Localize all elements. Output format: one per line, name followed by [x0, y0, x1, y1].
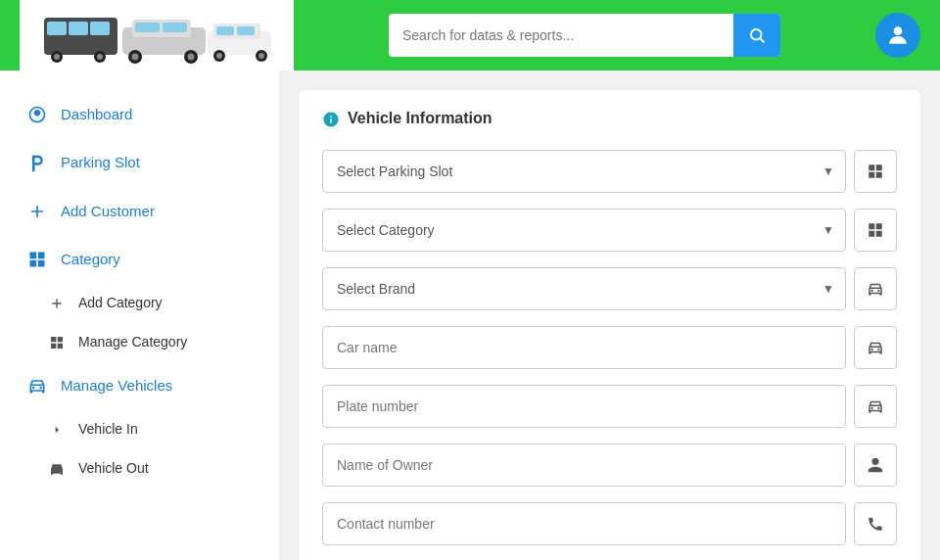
- vehicle-in-icon: [49, 420, 65, 438]
- sidebar-item-vehicle-out[interactable]: Vehicle Out: [0, 448, 279, 488]
- add-category-icon: [49, 294, 65, 311]
- main-content: Vehicle Information Select Parking Slot …: [279, 70, 940, 560]
- svg-point-26: [894, 26, 903, 35]
- contact-number-input[interactable]: [322, 502, 846, 545]
- logo-area: [20, 0, 294, 70]
- vehicle-out-svg-icon: [49, 461, 65, 477]
- svg-rect-18: [216, 26, 234, 35]
- svg-point-24: [751, 29, 762, 40]
- category-icon-btn[interactable]: [854, 209, 897, 252]
- dashboard-svg-icon: [27, 105, 47, 124]
- add-customer-svg-icon: [27, 202, 47, 221]
- svg-point-13: [132, 54, 139, 61]
- plate-car-icon: [867, 397, 884, 415]
- svg-rect-10: [135, 23, 160, 32]
- svg-point-28: [40, 387, 43, 390]
- car-name-group: [322, 326, 897, 369]
- svg-point-15: [188, 54, 195, 61]
- manage-vehicles-label: Manage Vehicles: [61, 377, 172, 394]
- plate-number-icon-btn[interactable]: [854, 385, 897, 428]
- plate-number-input[interactable]: [322, 385, 846, 428]
- dashboard-label: Dashboard: [61, 106, 132, 122]
- info-icon: [322, 110, 340, 128]
- brand-icon-btn[interactable]: [854, 267, 897, 310]
- phone-icon: [867, 515, 884, 533]
- user-icon: [885, 23, 911, 48]
- search-box: [389, 14, 780, 57]
- category-table-icon: [867, 221, 884, 239]
- category-label: Category: [61, 251, 120, 267]
- owner-icon-btn[interactable]: [854, 443, 897, 487]
- svg-rect-19: [237, 26, 255, 35]
- manage-category-svg-icon: [49, 335, 65, 350]
- vehicle-out-icon: [49, 459, 65, 477]
- user-avatar[interactable]: [875, 13, 920, 58]
- svg-rect-3: [90, 22, 110, 35]
- add-customer-icon: [27, 201, 47, 221]
- owner-person-icon: [867, 456, 884, 474]
- brand-group: Select Brand ▼: [322, 267, 897, 310]
- dashboard-icon: [27, 104, 47, 124]
- sidebar-item-dashboard[interactable]: Dashboard: [0, 90, 279, 138]
- svg-point-21: [216, 53, 222, 59]
- vehicle-info-title: Vehicle Information: [348, 110, 493, 127]
- sidebar-item-manage-vehicles[interactable]: Manage Vehicles: [0, 361, 279, 409]
- plate-number-group: [322, 385, 897, 428]
- svg-point-32: [877, 349, 879, 350]
- main-layout: Dashboard Parking Slot Add Customer: [0, 70, 940, 560]
- car-name-icon-btn[interactable]: [854, 326, 897, 369]
- parking-icon: [27, 152, 47, 172]
- car-name-car-icon: [867, 339, 884, 356]
- category-select[interactable]: Select Category: [322, 209, 846, 252]
- svg-rect-11: [163, 23, 187, 32]
- sidebar-item-parking-slot[interactable]: Parking Slot: [0, 138, 279, 186]
- contact-number-group: [322, 502, 897, 545]
- svg-rect-2: [69, 22, 88, 35]
- svg-point-29: [871, 290, 873, 292]
- card-title: Vehicle Information: [322, 110, 897, 128]
- sidebar-item-category[interactable]: Category: [0, 235, 279, 283]
- parking-slot-label: Parking Slot: [61, 154, 140, 170]
- logo-image: [39, 6, 274, 65]
- manage-vehicles-icon: [27, 375, 47, 396]
- vehicle-out-label: Vehicle Out: [78, 460, 149, 476]
- parking-slot-icon-btn[interactable]: [854, 150, 897, 193]
- brand-select[interactable]: Select Brand: [322, 267, 846, 310]
- svg-point-27: [32, 387, 35, 390]
- category-icon: [27, 249, 47, 269]
- category-group: Select Category ▼: [322, 209, 897, 252]
- category-svg-icon: [27, 250, 47, 269]
- info-svg-icon: [322, 111, 340, 128]
- search-icon: [748, 26, 766, 44]
- owner-name-group: [322, 443, 897, 487]
- add-category-label: Add Category: [78, 295, 163, 310]
- vehicle-info-card: Vehicle Information Select Parking Slot …: [299, 90, 920, 560]
- top-header: [0, 0, 940, 70]
- svg-point-7: [97, 54, 103, 60]
- table-icon: [867, 163, 884, 180]
- svg-point-23: [258, 53, 264, 59]
- owner-name-input[interactable]: [322, 443, 846, 487]
- contact-icon-btn[interactable]: [854, 502, 897, 545]
- add-category-svg-icon: [49, 296, 65, 311]
- vehicle-in-svg-icon: [49, 422, 65, 438]
- svg-point-34: [877, 407, 879, 409]
- svg-point-30: [877, 290, 879, 292]
- manage-category-icon: [49, 333, 65, 350]
- sidebar-item-vehicle-in[interactable]: Vehicle In: [0, 409, 279, 448]
- car-name-input[interactable]: [322, 326, 846, 369]
- search-button[interactable]: [733, 14, 780, 57]
- parking-slot-group: Select Parking Slot ▼: [322, 150, 897, 193]
- search-input[interactable]: [389, 27, 733, 43]
- svg-point-33: [871, 407, 873, 409]
- sidebar-item-add-category[interactable]: Add Category: [0, 283, 279, 322]
- svg-point-31: [871, 349, 873, 350]
- brand-select-wrapper: Select Brand ▼: [322, 267, 846, 310]
- parking-slot-select-wrapper: Select Parking Slot ▼: [322, 150, 846, 193]
- svg-rect-1: [47, 22, 67, 35]
- brand-car-icon: [867, 280, 884, 298]
- sidebar-item-add-customer[interactable]: Add Customer: [0, 187, 279, 235]
- parking-slot-select[interactable]: Select Parking Slot: [322, 150, 846, 193]
- sidebar-item-manage-category[interactable]: Manage Category: [0, 322, 279, 361]
- svg-point-5: [54, 54, 60, 60]
